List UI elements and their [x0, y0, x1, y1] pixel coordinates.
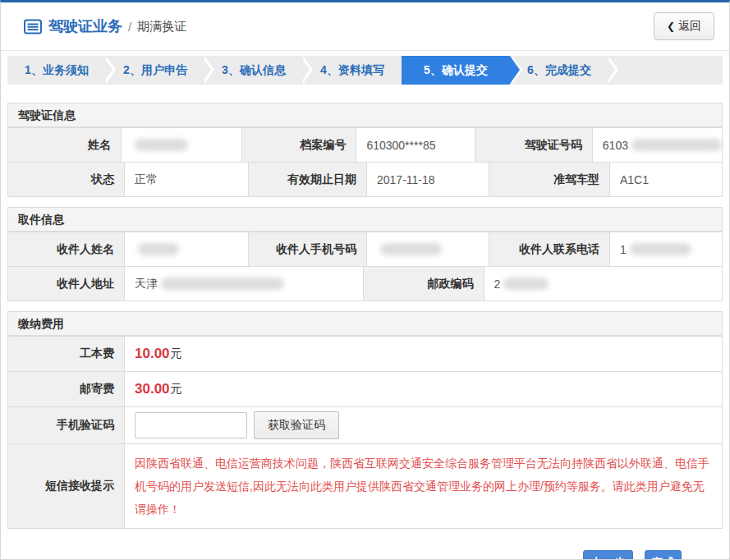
license-row-2: 状态 正常 有效期止日期 2017-11-18 准驾车型 A1C1 — [8, 162, 722, 196]
production-fee-unit: 元 — [171, 347, 182, 361]
fees-section: 缴纳费用 工本费 10.00 元 邮寄费 30.00 元 手机验证码 获取验证码… — [7, 311, 723, 529]
license-info-section: 驾驶证信息 姓名 档案编号 610300****85 驾驶证号码 6103 状态… — [7, 103, 723, 197]
license-no-value: 6103 — [593, 128, 722, 162]
vehicle-class-value: A1C1 — [610, 163, 722, 196]
valid-until-value-text: 2017-11-18 — [377, 173, 435, 186]
back-chevron-icon: ❮ — [667, 21, 675, 32]
breadcrumb-separator: / — [128, 20, 131, 34]
vehicle-class-value-text: A1C1 — [620, 173, 649, 186]
license-info-title: 驾驶证信息 — [8, 103, 722, 127]
recipient-mobile-value — [367, 232, 489, 266]
step-1-label: 1、业务须知 — [25, 63, 89, 78]
recipient-phone-redacted-blur — [630, 243, 691, 255]
production-fee-amount: 10.00 — [135, 346, 170, 362]
breadcrumb-current: 期满换证 — [137, 19, 186, 34]
valid-until-label: 有效期止日期 — [249, 163, 367, 196]
footer-actions: 上一步 完成 — [1, 550, 682, 560]
postage-fee-amount: 30.00 — [135, 381, 170, 397]
back-button-label: 返回 — [678, 19, 701, 34]
production-fee-label: 工本费 — [8, 337, 125, 371]
step-3-label: 3、确认信息 — [222, 63, 286, 78]
sms-notice-label: 短信接收提示 — [8, 444, 125, 528]
recipient-name-redacted-blur — [138, 243, 179, 255]
license-business-icon — [24, 19, 42, 34]
sms-code-field-area: 获取验证码 — [125, 407, 722, 443]
step-4-fill-data[interactable]: 4、资料填写 — [303, 56, 402, 85]
postage-fee-label: 邮寄费 — [8, 372, 125, 406]
page-title: 驾驶证业务 — [48, 16, 122, 36]
postage-fee-value: 30.00 元 — [125, 372, 722, 406]
production-fee-value: 10.00 元 — [125, 337, 722, 371]
status-value-text: 正常 — [135, 172, 158, 187]
recipient-address-redacted-blur — [161, 278, 284, 290]
postal-code-value: 2 — [484, 267, 723, 301]
finish-button[interactable]: 完成 — [645, 550, 682, 560]
postal-code-value-text: 2 — [494, 278, 501, 291]
status-label: 状态 — [8, 163, 125, 196]
pickup-row-1: 收件人姓名 收件人手机号码 收件人联系电话 1 — [8, 232, 722, 266]
get-sms-code-button[interactable]: 获取验证码 — [254, 411, 339, 439]
valid-until-value: 2017-11-18 — [367, 163, 489, 196]
step-nav-filler — [608, 56, 723, 85]
step-5-confirm-submit-active[interactable]: 5、确认提交 — [402, 56, 510, 85]
page: 驾驶证业务 / 期满换证 ❮ 返回 1、业务须知 2、用户申告 3、确认信息 4… — [0, 0, 730, 560]
postage-fee-unit: 元 — [171, 382, 182, 397]
name-value — [122, 128, 242, 162]
sms-notice-text: 因陕西省联通、电信运营商技术问题，陕西省互联网交通安全综合服务管理平台无法向持陕… — [125, 444, 722, 528]
recipient-address-label: 收件人地址 — [8, 267, 125, 301]
sms-code-row: 手机验证码 获取验证码 — [8, 406, 722, 443]
recipient-mobile-redacted-blur — [380, 243, 442, 255]
postal-code-redacted-blur — [503, 278, 549, 290]
license-no-label: 驾驶证号码 — [475, 128, 593, 162]
recipient-mobile-label: 收件人手机号码 — [249, 232, 367, 266]
step-2-user-declaration[interactable]: 2、用户申告 — [106, 56, 204, 85]
file-no-label: 档案编号 — [242, 128, 357, 162]
previous-step-button[interactable]: 上一步 — [583, 550, 633, 560]
pickup-row-2: 收件人地址 天津 邮政编码 2 — [8, 266, 722, 301]
license-no-value-text: 6103 — [603, 139, 628, 152]
back-button[interactable]: ❮ 返回 — [654, 12, 714, 40]
postage-fee-row: 邮寄费 30.00 元 — [8, 371, 722, 406]
pickup-info-section: 取件信息 收件人姓名 收件人手机号码 收件人联系电话 1 收件人地址 天津 — [7, 207, 723, 301]
license-no-redacted-blur — [631, 139, 722, 151]
license-row-1: 姓名 档案编号 610300****85 驾驶证号码 6103 — [8, 127, 722, 162]
recipient-address-value-text: 天津 — [135, 277, 158, 291]
sms-notice-row: 短信接收提示 因陕西省联通、电信运营商技术问题，陕西省互联网交通安全综合服务管理… — [8, 443, 722, 528]
recipient-address-value: 天津 — [125, 267, 364, 301]
status-value: 正常 — [125, 163, 249, 196]
postal-code-label: 邮政编码 — [364, 267, 484, 301]
step-nav: 1、业务须知 2、用户申告 3、确认信息 4、资料填写 5、确认提交 6、完成提… — [7, 56, 723, 85]
step-4-label: 4、资料填写 — [320, 63, 384, 78]
page-header: 驾驶证业务 / 期满换证 ❮ 返回 — [1, 2, 729, 51]
file-no-value: 610300****85 — [356, 128, 475, 162]
file-no-value-text: 610300****85 — [366, 139, 435, 152]
sms-code-input[interactable] — [135, 412, 247, 438]
name-label: 姓名 — [8, 128, 122, 162]
recipient-name-value — [125, 232, 249, 266]
step-6-label: 6、完成提交 — [527, 63, 591, 78]
fees-title: 缴纳费用 — [8, 312, 722, 336]
pickup-info-title: 取件信息 — [8, 208, 722, 232]
recipient-phone-value: 1 — [610, 232, 722, 266]
recipient-phone-label: 收件人联系电话 — [489, 232, 610, 266]
sms-code-label: 手机验证码 — [8, 407, 125, 443]
step-2-label: 2、用户申告 — [123, 63, 187, 78]
recipient-phone-value-text: 1 — [620, 243, 627, 256]
recipient-name-label: 收件人姓名 — [8, 232, 125, 266]
step-5-label: 5、确认提交 — [424, 63, 488, 78]
step-3-confirm-info[interactable]: 3、确认信息 — [204, 56, 303, 85]
sms-notice-value: 因陕西省联通、电信运营商技术问题，陕西省互联网交通安全综合服务管理平台无法向持陕… — [125, 444, 722, 528]
vehicle-class-label: 准驾车型 — [489, 163, 610, 196]
step-1-business-notice[interactable]: 1、业务须知 — [7, 56, 106, 85]
production-fee-row: 工本费 10.00 元 — [8, 336, 722, 371]
step-6-finish-submit[interactable]: 6、完成提交 — [510, 56, 608, 85]
name-redacted-blur — [135, 139, 188, 151]
